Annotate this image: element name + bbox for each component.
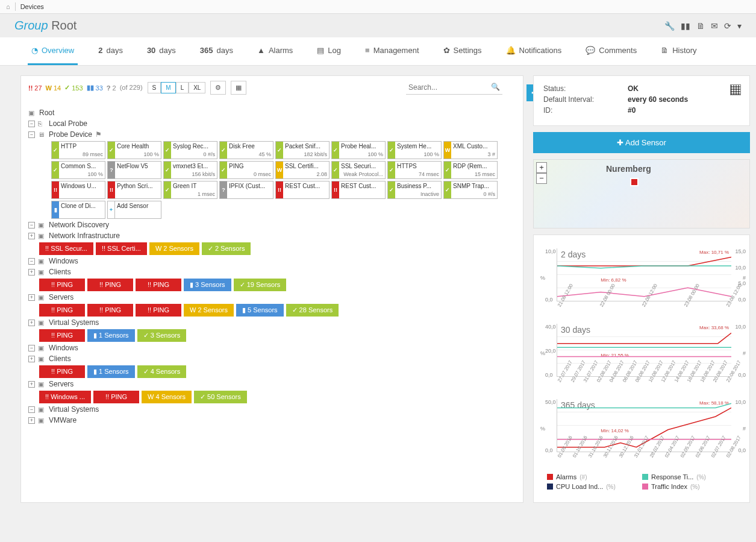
node-local-probe[interactable]: −⎘Local Probe [28, 119, 514, 128]
sensor-tile[interactable]: ✓Probe Heal...100 % [331, 141, 386, 159]
badge-ping[interactable]: !! PING [39, 304, 85, 317]
sensor-tile[interactable]: ✓Disk Free45 % [219, 141, 273, 159]
badge-w2[interactable]: W 2 Sensors [149, 242, 199, 255]
sensor-tile[interactable]: ✓System He...100 % [387, 141, 442, 159]
breadcrumb-devices[interactable]: Devices [20, 3, 44, 10]
sensor-tile[interactable]: ✓Packet Snif...182 kbit/s [275, 141, 330, 159]
count-warning[interactable]: W14 [46, 84, 61, 92]
menu-caret-icon[interactable]: ▾ [737, 21, 742, 31]
badge-b5[interactable]: ▮ 5 Sensors [236, 304, 284, 317]
sensor-tile[interactable]: ✓SSL Securi...Weak Protocol... [331, 161, 386, 179]
sensor-tile[interactable]: ?NetFlow V5 [107, 161, 161, 179]
device-tree[interactable]: ▣Root −⎘Local Probe −🖥Probe Device⚑ ✓HTT… [28, 107, 520, 426]
expand-icon[interactable]: + [28, 417, 35, 424]
node-network-discovery[interactable]: −▣Network Discovery [28, 220, 514, 230]
sensor-tile[interactable]: ✓Business P...Inactive [387, 181, 442, 199]
tab-alarms[interactable]: ▲Alarms [254, 37, 296, 65]
expand-icon[interactable]: + [28, 269, 35, 276]
node-probe-device[interactable]: −🖥Probe Device⚑ [28, 130, 514, 139]
count-paused[interactable]: ▮▮33 [87, 84, 103, 92]
sensor-tile[interactable]: ✓HTTPS74 msec [387, 161, 442, 179]
badge-ping[interactable]: !! PING [39, 279, 85, 291]
badge-ping[interactable]: !! PING [136, 279, 181, 291]
sensor-tile[interactable]: ✓SNMP Trap...0 #/s [443, 181, 498, 199]
badge-g4[interactable]: ✓ 4 Sensors [137, 365, 187, 378]
count-unknown[interactable]: ?2 [107, 84, 116, 92]
collapse-icon[interactable]: − [28, 406, 35, 413]
sensor-tile[interactable]: ✓PING0 msec [219, 161, 273, 179]
wrench-icon[interactable]: 🔧 [664, 21, 675, 31]
size-m[interactable]: M [161, 82, 175, 93]
sensor-tile[interactable]: ▮Clone of Di... [51, 201, 105, 219]
size-xl[interactable]: XL [189, 82, 205, 93]
tab-settings[interactable]: ✿Settings [440, 37, 486, 65]
badge-ping[interactable]: !! PING [87, 279, 133, 291]
tab-30days[interactable]: 30days [143, 37, 180, 65]
node-servers[interactable]: +▣Servers [28, 292, 514, 302]
zoom-out[interactable]: − [536, 173, 547, 184]
node-vmware[interactable]: +▣VMWare [28, 415, 514, 425]
search-input[interactable] [406, 81, 502, 95]
zoom-in[interactable]: + [536, 162, 547, 173]
badge-w2[interactable]: W 2 Sensors [184, 304, 234, 317]
node-virtual-systems[interactable]: +▣Virtual Systems [28, 318, 514, 327]
qr-icon[interactable] [730, 84, 741, 95]
sensor-tile[interactable]: ✓Core Health100 % [107, 141, 161, 159]
tab-365days[interactable]: 365days [196, 37, 237, 65]
node-clients-2[interactable]: +▣Clients [28, 354, 514, 364]
map-pin[interactable] [630, 178, 639, 186]
badge-w4[interactable]: W 4 Sensors [142, 391, 192, 403]
sensor-tile[interactable]: !!Windows U... [51, 181, 105, 199]
tab-history[interactable]: 🗎History [657, 37, 700, 65]
tab-notifications[interactable]: 🔔Notifications [502, 37, 566, 65]
sensor-tile[interactable]: +Add Sensor [107, 201, 161, 219]
node-windows[interactable]: −▣Windows [28, 256, 514, 266]
badge-g28[interactable]: ✓ 28 Sensors [286, 304, 339, 317]
sensor-tile[interactable]: WSSL Certifi...2.08 [275, 161, 330, 179]
badge-ping[interactable]: !! PING [39, 365, 85, 378]
node-network-infra[interactable]: +▣Network Infrastructure [28, 231, 514, 241]
badge-b3[interactable]: ▮ 3 Sensors [184, 279, 231, 291]
collapse-icon[interactable]: − [28, 258, 35, 265]
collapse-icon[interactable]: − [28, 222, 35, 228]
sensor-tile[interactable]: WXML Custo...3 # [443, 141, 498, 159]
expand-icon[interactable]: + [28, 294, 35, 301]
node-root[interactable]: ▣Root [28, 108, 514, 118]
refresh-icon[interactable]: ⟳ [724, 21, 731, 31]
sensor-tile[interactable]: ✓HTTP89 msec [51, 141, 105, 159]
settings-button[interactable]: ⚙ [210, 81, 226, 95]
collapse-icon[interactable]: − [28, 131, 35, 138]
badge-g50[interactable]: ✓ 50 Sensors [194, 391, 247, 403]
sensor-tile[interactable]: ?IPFIX (Cust... [219, 181, 273, 199]
expand-icon[interactable]: + [28, 356, 35, 362]
expand-icon[interactable]: + [28, 381, 35, 388]
sensor-tile[interactable]: ✓Green IT1 msec [163, 181, 217, 199]
badge-ssl-secur[interactable]: !! SSL Secur... [39, 242, 93, 255]
expand-icon[interactable]: + [28, 320, 35, 326]
badge-b1[interactable]: ▮ 1 Sensors [87, 365, 135, 378]
node-windows-2[interactable]: −▣Windows [28, 343, 514, 353]
collapse-icon[interactable]: − [28, 121, 35, 127]
tab-overview[interactable]: ◔Overview [28, 37, 78, 65]
badge-b1[interactable]: ▮ 1 Sensors [87, 329, 135, 342]
tab-2days[interactable]: 2days [95, 37, 127, 65]
pause-icon[interactable]: ▮▮ [681, 21, 690, 31]
size-l[interactable]: L [176, 82, 189, 93]
badge-ping[interactable]: !! PING [93, 391, 139, 403]
sensor-tile[interactable]: !!REST Cust... [331, 181, 386, 199]
badge-ping[interactable]: !! PING [87, 304, 133, 317]
ticket-icon[interactable]: 🗎 [696, 21, 705, 31]
sensor-tile[interactable]: ✓RDP (Rem...15 msec [443, 161, 498, 179]
badge-windows[interactable]: !! Windows ... [39, 391, 91, 403]
sensor-tile[interactable]: ✓Common S...100 % [51, 161, 105, 179]
sensor-tile[interactable]: ✓Syslog Rec...0 #/s [163, 141, 217, 159]
tab-management[interactable]: ≡Management [361, 37, 422, 65]
sensor-tile[interactable]: !!REST Cust... [275, 181, 330, 199]
sensor-tile[interactable]: !!Python Scri... [107, 181, 161, 199]
node-servers-2[interactable]: +▣Servers [28, 379, 514, 389]
map[interactable]: +− Nuremberg [533, 159, 750, 228]
node-clients[interactable]: +▣Clients [28, 267, 514, 277]
grid-button[interactable]: ▦ [231, 81, 246, 95]
collapse-icon[interactable]: − [28, 345, 35, 351]
size-s[interactable]: S [148, 82, 161, 93]
